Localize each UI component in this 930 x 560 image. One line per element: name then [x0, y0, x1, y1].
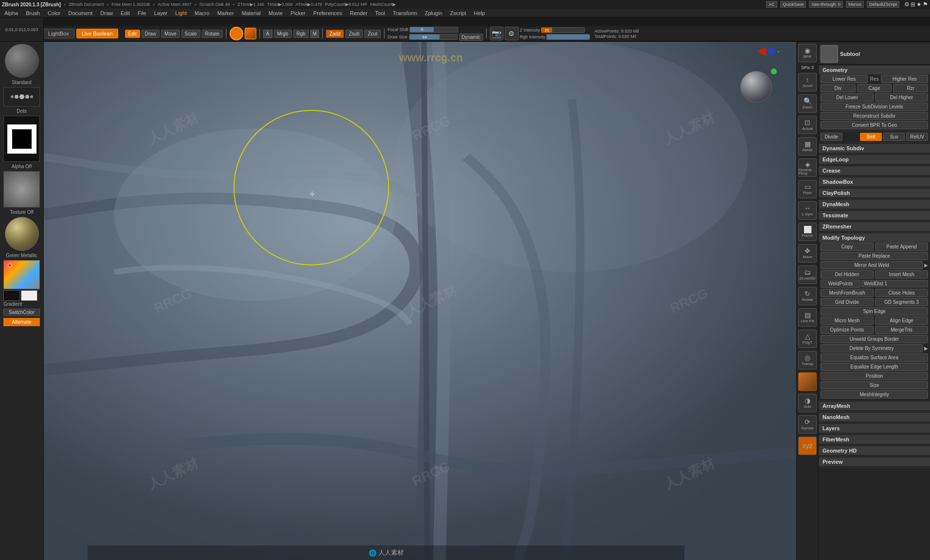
star-icon[interactable]: ★ — [916, 1, 922, 8]
dynamic-persp-btn[interactable]: ◈ Dynamic Persp — [798, 158, 817, 177]
arraymesh-header[interactable]: ArrayMesh — [819, 402, 930, 410]
menu-document[interactable]: Document — [67, 10, 94, 16]
geometry-header[interactable]: Geometry — [819, 66, 930, 74]
optimize-points-btn[interactable]: Optimize Points — [821, 326, 874, 334]
menu-edit[interactable]: Edit — [119, 10, 131, 16]
mrgb-btn[interactable]: Mrgb — [274, 30, 292, 38]
menu-light[interactable]: Light — [174, 10, 188, 16]
mesh-from-brush-btn[interactable]: MeshFromBrush — [821, 289, 874, 297]
menu-picker[interactable]: Picker — [289, 10, 307, 16]
focal-shift-slider[interactable]: 0 — [410, 27, 458, 33]
draw-btn[interactable]: Draw — [142, 30, 160, 38]
menu-zplugin[interactable]: Zplugin — [423, 10, 444, 16]
menu-brush[interactable]: Brush — [24, 10, 41, 16]
copy-btn[interactable]: Copy — [821, 243, 874, 251]
div-btn[interactable]: Div — [821, 84, 856, 92]
dynamic-subdiv-header[interactable]: Dynamic Subdiv — [819, 144, 930, 153]
material-preview[interactable] — [5, 217, 39, 251]
delete-symmetry-btn[interactable]: Delete By Symmetry — [821, 344, 923, 352]
tessimate-header[interactable]: Tessimate — [819, 211, 930, 220]
poly-t-btn[interactable]: △ PolyT — [798, 330, 817, 348]
mirror-weld-btn[interactable]: Mirror And Weld — [821, 261, 923, 269]
reconstruct-subdiv-btn[interactable]: Reconstruct Subdiv — [821, 112, 928, 120]
modify-topology-header[interactable]: Modify Topology — [819, 233, 930, 242]
claypolish-header[interactable]: ClayPolish — [819, 189, 930, 197]
fibermesh-header[interactable]: FiberMesh — [819, 435, 930, 444]
lower-res-btn[interactable]: Lower Res — [821, 75, 868, 83]
size-btn[interactable]: Size — [821, 381, 928, 389]
paste-append-btn[interactable]: Paste Append — [875, 243, 928, 251]
default-zscript-btn[interactable]: DefaultZScript — [867, 1, 899, 8]
tab-lightbox[interactable]: LightBox — [43, 29, 74, 38]
menu-render[interactable]: Render — [348, 10, 369, 16]
rgb-btn[interactable]: Rgb — [293, 30, 309, 38]
preview-header[interactable]: Preview — [819, 457, 930, 466]
xyz-btn[interactable]: xyz — [798, 437, 817, 455]
menu-preferences[interactable]: Preferences — [312, 10, 343, 16]
menu-macro[interactable]: Macro — [193, 10, 211, 16]
black-swatch[interactable] — [3, 290, 20, 301]
unweld-groups-btn[interactable]: Unweld Groups Border — [821, 335, 928, 343]
divide-btn[interactable]: Divide — [821, 133, 842, 141]
cage-btn[interactable]: Cage — [857, 84, 892, 92]
move-3d-btn[interactable]: ✥ Move — [798, 244, 817, 262]
zadd-btn[interactable]: Zadd — [326, 30, 344, 38]
menu-draw[interactable]: Draw — [99, 10, 114, 16]
edit-btn[interactable]: Edit — [125, 30, 140, 38]
del-higher-btn[interactable]: Del Higher — [875, 93, 928, 102]
gear-icon[interactable]: ⚙ — [904, 1, 910, 8]
tab-live-boolean[interactable]: Live Boolean — [76, 29, 118, 38]
menu-help[interactable]: Help — [472, 10, 486, 16]
actual-btn[interactable]: ⊡ Actual — [798, 116, 817, 134]
subtool-preview[interactable] — [821, 45, 838, 63]
shadowbox-header[interactable]: ShadowBox — [819, 177, 930, 186]
weld-dist-input[interactable] — [861, 280, 928, 287]
grid-icon[interactable]: ⊞ — [911, 1, 915, 8]
grid-divide-btn[interactable]: Grid Divide — [821, 298, 874, 306]
menu-color[interactable]: Color — [46, 10, 62, 16]
dots-preview[interactable] — [3, 87, 40, 106]
paste-replace-btn[interactable]: Paste Replace — [821, 252, 928, 260]
zcut-btn[interactable]: Zcut — [364, 30, 380, 38]
menu-movie[interactable]: Movie — [267, 10, 284, 16]
camera-btn[interactable]: 📷 — [490, 27, 503, 40]
zload3d-btn[interactable]: 🗂 ZLoad3D — [798, 265, 817, 284]
menu-zscript[interactable]: Zscript — [448, 10, 467, 16]
equalize-edge-btn[interactable]: Equalize Edge Length — [821, 363, 928, 371]
ac-btn[interactable]: AC — [766, 1, 777, 8]
color-gradient[interactable] — [3, 260, 40, 289]
reluv-btn[interactable]: RelUV — [906, 133, 928, 141]
see-through-btn[interactable]: See-through: 0 — [809, 1, 843, 8]
layers-header[interactable]: Layers — [819, 424, 930, 433]
brush-mode-circle[interactable] — [230, 27, 243, 40]
insert-mesh-btn[interactable]: Insert Mesh — [875, 270, 928, 279]
scroll-btn[interactable]: ↕ Scroll — [798, 73, 817, 91]
material-swatch-btn[interactable] — [798, 372, 817, 391]
bpr-btn[interactable]: ◉ BPR — [798, 44, 817, 62]
texture-preview[interactable] — [3, 171, 40, 208]
del-lower-btn[interactable]: Del Lower — [821, 93, 874, 102]
weld-points-btn[interactable]: WeldPoints — [821, 280, 860, 288]
geometry-hd-header[interactable]: Geometry HD — [819, 446, 930, 455]
brush-preview[interactable] — [5, 44, 39, 78]
line-fill-btn[interactable]: ▤ Line Fill — [798, 308, 817, 327]
merge-tris-btn[interactable]: MergeTris — [875, 326, 928, 334]
rotate-3d-btn[interactable]: ↻ Rotate — [798, 287, 817, 305]
rotate-btn[interactable]: Rotate — [202, 30, 223, 38]
smt-btn[interactable]: Smt — [860, 133, 882, 141]
rzr-btn[interactable]: Rzr — [893, 84, 928, 92]
menu-layer[interactable]: Layer — [153, 10, 169, 16]
dynamic-btn[interactable]: Dynamic — [459, 34, 483, 41]
settings-btn[interactable]: ⚙ — [505, 27, 519, 40]
scale-btn[interactable]: Scale — [181, 30, 200, 38]
suv-btn[interactable]: Suv — [883, 133, 905, 141]
freeze-subdiv-btn[interactable]: Freeze SubDivision Levels — [821, 103, 928, 111]
menu-alpha[interactable]: Alpha — [3, 10, 19, 16]
menus-btn[interactable]: Menus — [846, 1, 864, 8]
spin-edge-btn[interactable]: Spin Edge — [821, 307, 928, 315]
gyrose-btn[interactable]: ⟳ Gyrose — [798, 415, 817, 434]
quick-save-btn[interactable]: QuickSave — [780, 1, 806, 8]
del-hidden-btn[interactable]: Del Hidden — [821, 270, 874, 279]
floor-btn[interactable]: ▭ Floor — [798, 180, 817, 198]
dynamesh-header[interactable]: DynaMesh — [819, 200, 930, 209]
